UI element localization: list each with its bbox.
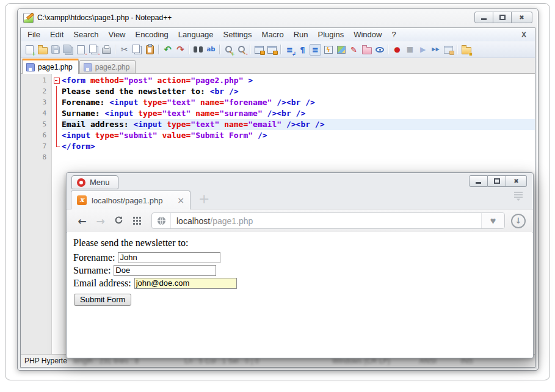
macro-save-glyph [444, 46, 453, 54]
menu-item-view[interactable]: View [104, 30, 131, 39]
indent-guide-icon[interactable]: ≡ [310, 44, 321, 56]
submit-form-button[interactable]: Submit Form [74, 294, 131, 306]
close-button[interactable] [506, 175, 527, 187]
bookmark-heart-icon[interactable] [481, 213, 504, 228]
menu-item-encoding[interactable]: Encoding [131, 30, 173, 39]
paste-icon[interactable] [144, 44, 156, 56]
document-monitor-icon[interactable] [374, 44, 385, 56]
menu-item-search[interactable]: Search [68, 30, 103, 39]
new-file-icon[interactable]: + [24, 44, 35, 56]
fold-marker[interactable] [52, 108, 62, 119]
close-button[interactable] [512, 12, 532, 23]
form-row: Email address: [73, 277, 532, 289]
reload-button[interactable] [111, 215, 127, 227]
fold-marker[interactable] [52, 86, 62, 97]
code-token: name= [224, 120, 248, 129]
browser-tab-title: localhost/page1.php [92, 196, 172, 205]
menu-item-help[interactable]: ? [386, 30, 401, 39]
menu-item-file[interactable]: File [23, 30, 45, 39]
code-line: 5Email address: <input type="text" name=… [21, 119, 535, 130]
sync-horizontal-scroll-icon[interactable] [266, 44, 278, 56]
menu-item-settings[interactable]: Settings [219, 30, 257, 39]
word-wrap-icon[interactable]: ≡↲ [284, 44, 296, 56]
copy-icon[interactable] [131, 44, 143, 56]
cut-icon[interactable]: ✂ [118, 44, 130, 56]
macro-play-icon[interactable]: ▶ [417, 44, 429, 56]
tab-page1-php[interactable]: page1.php [22, 59, 79, 74]
close-all-icon[interactable]: - [88, 44, 100, 56]
menu-item-plugins[interactable]: Plugins [313, 30, 349, 39]
menu-item-edit[interactable]: Edit [45, 30, 68, 39]
tab-page2-php[interactable]: page2.php [79, 60, 136, 73]
sync-vertical-scroll-icon[interactable] [253, 44, 265, 56]
snippet-icon[interactable]: ✎ [348, 44, 360, 56]
macro-stop-icon[interactable]: ■ [404, 44, 416, 56]
show-all-characters-icon[interactable]: ¶ [297, 44, 308, 56]
menu-item-macro[interactable]: Macro [257, 30, 289, 39]
opera-menu-button[interactable]: Menu [71, 175, 118, 189]
email-input[interactable] [134, 278, 237, 289]
address-bar[interactable]: localhost/page1.php [151, 212, 505, 229]
macro-save-icon[interactable] [443, 44, 454, 56]
minimize-button[interactable] [469, 175, 488, 187]
macro-run-multiple-icon[interactable]: ▶▶ [430, 44, 441, 56]
fold-marker[interactable] [52, 141, 62, 152]
redo-icon[interactable]: ↷ [175, 44, 186, 56]
macro-record-icon[interactable]: ● [391, 44, 403, 56]
tab-close-icon[interactable] [177, 195, 184, 205]
fold-marker[interactable] [52, 97, 62, 108]
menu-item-window[interactable]: Window [349, 30, 386, 39]
tab-menu-icon[interactable] [513, 192, 523, 203]
zoom-in-icon[interactable]: + [223, 44, 234, 56]
external-run-icon[interactable]: ▪ [460, 44, 472, 56]
downloads-icon[interactable] [511, 214, 526, 228]
fold-marker[interactable] [52, 75, 62, 86]
function-list-icon[interactable]: ϟ [322, 44, 334, 56]
toolbar-separator [280, 45, 281, 54]
surname-input[interactable] [114, 265, 216, 276]
code-token: <input [133, 120, 167, 129]
code-text: Surname: <input type="text" name="surnam… [62, 108, 535, 119]
code-token: name= [195, 109, 219, 118]
line-number: 6 [21, 130, 52, 141]
code-token: "surname" [219, 109, 262, 118]
replace-icon[interactable]: ab [205, 44, 217, 56]
tab-label: page1.php [38, 63, 73, 71]
find-icon[interactable] [192, 44, 204, 56]
save-icon[interactable] [49, 44, 61, 56]
menu-item-language[interactable]: Language [173, 30, 219, 39]
forward-button[interactable]: → [92, 215, 109, 227]
minimize-button[interactable] [474, 12, 493, 23]
print-icon[interactable] [101, 44, 112, 56]
maximize-button[interactable] [493, 12, 512, 23]
project-panel-icon[interactable] [361, 44, 372, 56]
speed-dial-icon[interactable] [129, 215, 145, 227]
code-token: /><br /> [272, 98, 314, 107]
document-map-icon[interactable] [335, 44, 347, 56]
code-token: <input [109, 98, 143, 107]
code-token: <br /> [210, 87, 239, 96]
document-monitor-glyph [375, 47, 384, 53]
fold-marker[interactable] [52, 130, 62, 141]
code-token: /><br /> [263, 109, 305, 118]
save-all-icon[interactable] [62, 44, 74, 56]
browser-tab-localhost[interactable]: localhost/page1.php [71, 191, 190, 209]
back-button[interactable]: ← [74, 215, 90, 227]
notepadpp-title-bar[interactable]: C:\xampp\htdocs\page1.php - Notepad++ [18, 9, 538, 27]
toolbar: +--✂↶↷ab+-≡↲¶≡ϟ✎●■▶▶▶▪ [21, 42, 535, 58]
open-file-icon[interactable] [37, 44, 48, 56]
globe-icon [152, 213, 171, 228]
code-token [195, 98, 200, 107]
menu-item-run[interactable]: Run [289, 30, 313, 39]
fold-marker[interactable] [52, 119, 62, 130]
close-document-x[interactable]: X [521, 31, 526, 39]
code-text: <form method="post" action="page2.php" > [62, 75, 535, 86]
zoom-out-glyph [238, 45, 246, 54]
forename-input[interactable] [118, 252, 220, 263]
line-number: 1 [21, 75, 52, 86]
new-tab-button[interactable] [198, 192, 209, 206]
maximize-button[interactable] [488, 175, 506, 187]
close-file-icon[interactable]: - [75, 44, 87, 56]
zoom-out-icon[interactable]: - [236, 44, 247, 56]
undo-icon[interactable]: ↶ [162, 44, 173, 56]
